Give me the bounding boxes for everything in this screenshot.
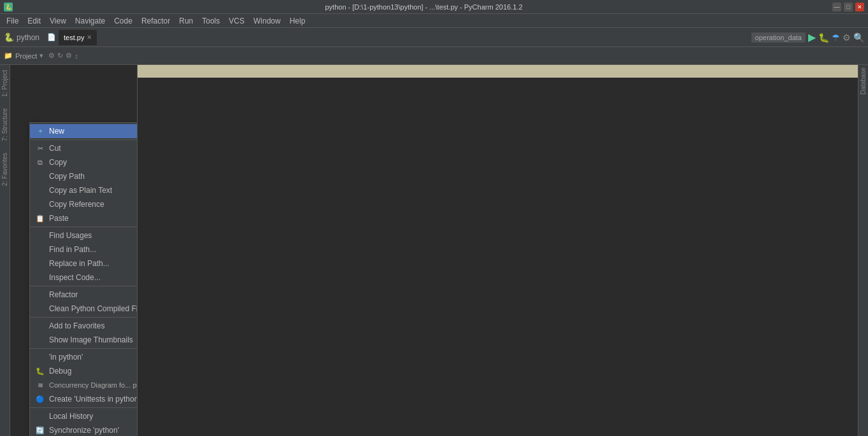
project-collapse-icon[interactable]: ↕ xyxy=(75,52,78,60)
menu-file[interactable]: File xyxy=(3,15,22,27)
ctx-find-in-path[interactable]: Find in Path... Ctrl+Shift+F xyxy=(30,243,138,257)
ctx-cut-label: Cut xyxy=(49,144,61,153)
menu-code[interactable]: Code xyxy=(110,15,136,27)
synchronize-icon: 🔄 xyxy=(35,425,45,435)
copy-reference-icon xyxy=(35,199,45,209)
ctx-new-label: New xyxy=(49,127,64,136)
project-folder-icon: 📁 xyxy=(4,52,13,60)
project-dropdown-icon[interactable]: ▾ xyxy=(39,52,43,60)
left-sidebar-labels: 1: Project 7: Structure 2: Favorites xyxy=(0,65,10,436)
concurrency-icon: ≋ xyxy=(35,380,45,390)
debug-button[interactable]: 🐛 xyxy=(818,32,829,43)
menu-tools[interactable]: Tools xyxy=(198,15,224,27)
ctx-inspect-code-label: Inspect Code... xyxy=(49,273,101,282)
ctx-replace-in-path[interactable]: Replace in Path... Ctrl+Shift+R xyxy=(30,257,138,271)
titlebar: 🐍 python - [D:\1-python13\python] - ...\… xyxy=(0,0,868,14)
ctx-clean-compiled[interactable]: Clean Python Compiled Files xyxy=(30,302,138,316)
ctx-show-thumbnails[interactable]: Show Image Thumbnails Ctrl+Shift+T xyxy=(30,333,138,347)
file-icon: 📄 xyxy=(47,33,56,41)
paste-icon: 📋 xyxy=(35,213,45,223)
ctx-local-history[interactable]: Local History ▶ xyxy=(30,409,138,423)
run-config-dropdown[interactable]: operation_data xyxy=(751,32,806,43)
ctx-concurrency-label: Concurrency Diagram fo... python' xyxy=(49,381,138,389)
menu-window[interactable]: Window xyxy=(250,15,285,27)
sidebar-item-structure[interactable]: 7: Structure xyxy=(0,106,10,144)
context-menu: ✦ New ▶ 📄 File 📁 Directory 📁 Python xyxy=(29,122,138,436)
menu-navigate[interactable]: Navigate xyxy=(71,15,109,27)
toolbar: 🐍 python 📄 test.py ✕ operation_data ▶ 🐛 … xyxy=(0,28,868,47)
minimize-button[interactable]: — xyxy=(832,3,841,11)
titlebar-controls: — □ ✕ xyxy=(832,3,864,11)
cut-icon: ✂ xyxy=(35,143,45,153)
ctx-create-tests[interactable]: 🔵 Create 'Unittests in python'... xyxy=(30,392,138,406)
find-path-icon xyxy=(35,244,45,255)
ctx-run-debug[interactable]: 'in python' Ctrl+Shift+F10 xyxy=(30,350,138,364)
titlebar-title: python - [D:\1-python13\python] - ...\te… xyxy=(15,3,832,11)
ctx-refactor[interactable]: Refactor ▶ xyxy=(30,288,138,302)
search-everywhere-icon[interactable]: 🔍 xyxy=(853,32,864,43)
menu-vcs[interactable]: VCS xyxy=(225,15,248,27)
ctx-paste[interactable]: 📋 Paste Ctrl+V xyxy=(30,211,138,225)
editor-hint-bar xyxy=(138,65,858,78)
file-tab[interactable]: test.py ✕ xyxy=(59,30,97,45)
thumbnails-icon xyxy=(35,335,45,345)
ctx-concurrency[interactable]: ≋ Concurrency Diagram fo... python' xyxy=(30,378,138,392)
coverage-button[interactable]: ☂ xyxy=(832,32,840,43)
replace-path-icon xyxy=(35,258,45,269)
close-button[interactable]: ✕ xyxy=(855,3,864,11)
ctx-local-history-label: Local History xyxy=(49,412,93,421)
sidebar-item-favorites[interactable]: 2: Favorites xyxy=(0,150,10,188)
ctx-copy-reference-label: Copy Reference xyxy=(49,200,104,209)
menu-edit[interactable]: Edit xyxy=(24,15,45,27)
ctx-refactor-label: Refactor xyxy=(49,290,78,299)
ctx-copy-path-label: Copy Path xyxy=(49,172,85,181)
projectbar: 📁 Project ▾ ⚙ ↻ ⚙ ↕ xyxy=(0,47,868,65)
main-layout: 1: Project 7: Structure 2: Favorites ✦ N… xyxy=(0,65,868,436)
favorites-icon xyxy=(35,321,45,331)
create-tests-icon: 🔵 xyxy=(35,394,45,404)
clean-icon xyxy=(35,304,45,314)
run-debug-icon xyxy=(35,352,45,362)
run-button[interactable]: ▶ xyxy=(808,31,816,43)
ctx-copy-path[interactable]: Copy Path Ctrl+Shift+C xyxy=(30,169,138,183)
ctx-synchronize-label: Synchronize 'python' xyxy=(49,426,119,435)
project-label[interactable]: 📁 Project ▾ xyxy=(4,52,43,60)
editor-area xyxy=(138,65,858,436)
ctx-inspect-code[interactable]: Inspect Code... xyxy=(30,271,138,285)
copy-plain-icon xyxy=(35,185,45,195)
project-label-text: Project xyxy=(15,52,37,60)
project-gear-icon[interactable]: ⚙ xyxy=(48,52,55,60)
copy-icon: ⧉ xyxy=(35,157,45,167)
ctx-find-usages[interactable]: Find Usages Alt+F7 xyxy=(30,229,138,243)
menu-refactor[interactable]: Refactor xyxy=(138,15,174,27)
maximize-button[interactable]: □ xyxy=(844,3,853,11)
sidebar-item-database[interactable]: Database xyxy=(858,65,868,97)
ctx-thumbnails-label: Show Image Thumbnails xyxy=(49,335,133,344)
ctx-copy-plain[interactable]: Copy as Plain Text xyxy=(30,183,138,197)
menu-run[interactable]: Run xyxy=(175,15,197,27)
project-config-icon[interactable]: ⚙ xyxy=(66,52,72,60)
close-tab-icon[interactable]: ✕ xyxy=(87,34,92,41)
project-refresh-icon[interactable]: ↻ xyxy=(57,52,63,60)
ctx-copy[interactable]: ⧉ Copy Ctrl+C xyxy=(30,155,138,169)
settings-icon[interactable]: ⚙ xyxy=(843,32,851,43)
project-panel: ✦ New ▶ 📄 File 📁 Directory 📁 Python xyxy=(10,65,138,436)
menu-help[interactable]: Help xyxy=(286,15,309,27)
ctx-add-favorites[interactable]: Add to Favorites ▶ xyxy=(30,319,138,333)
menu-view[interactable]: View xyxy=(46,15,70,27)
ctx-copy-label: Copy xyxy=(49,158,67,167)
ctx-debug-label: Debug xyxy=(49,367,71,376)
new-icon: ✦ xyxy=(35,126,45,136)
ctx-cut[interactable]: ✂ Cut Ctrl+X xyxy=(30,141,138,155)
ctx-find-usages-label: Find Usages xyxy=(49,231,92,240)
sidebar-item-project[interactable]: 1: Project xyxy=(0,67,10,99)
ctx-synchronize[interactable]: 🔄 Synchronize 'python' xyxy=(30,423,138,436)
local-history-icon xyxy=(35,411,45,421)
ctx-new[interactable]: ✦ New ▶ 📄 File 📁 Directory 📁 Python xyxy=(30,124,138,138)
ctx-copy-plain-label: Copy as Plain Text xyxy=(49,186,112,195)
menubar: File Edit View Navigate Code Refactor Ru… xyxy=(0,14,868,28)
ctx-run-debug-label: 'in python' xyxy=(49,353,83,362)
ctx-paste-label: Paste xyxy=(49,214,69,223)
ctx-copy-reference[interactable]: Copy Reference Ctrl+Alt+Shift+C xyxy=(30,197,138,211)
ctx-debug-item[interactable]: 🐛 Debug xyxy=(30,364,138,378)
